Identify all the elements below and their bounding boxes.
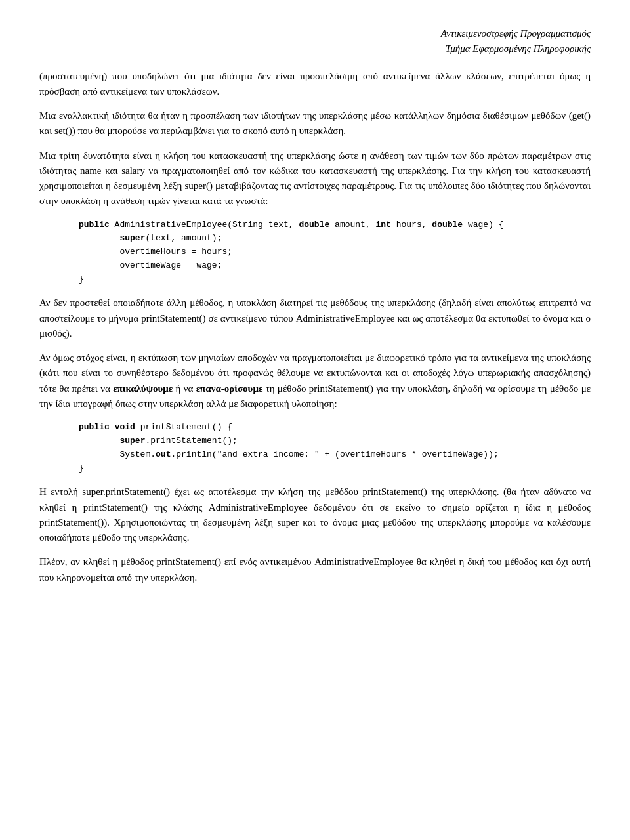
paragraph-3: Μια τρίτη δυνατότητα είναι η κλήση του κ… xyxy=(39,148,591,209)
code-keyword-int: int xyxy=(376,220,391,230)
paragraph-2: Μια εναλλακτική ιδιότητα θα ήταν η προσπ… xyxy=(39,108,591,139)
page-header: Αντικειμενοστρεφής Προγραμματισμός Τμήμα… xyxy=(39,26,591,57)
code-keyword-public2: public xyxy=(79,422,110,432)
p5-mid: ή να xyxy=(173,383,196,394)
code-keyword-out: out xyxy=(156,450,171,459)
code-block-2: public void printStatement() { super.pri… xyxy=(79,421,591,475)
code-keyword-public: public xyxy=(79,220,110,230)
header-line2: Τμήμα Εφαρμοσμένης Πληροφορικής xyxy=(39,41,591,56)
p5-bold1: επικαλύψουμε xyxy=(113,383,173,394)
paragraph-7: Πλέον, αν κληθεί η μέθοδος printStatemen… xyxy=(39,555,591,585)
paragraph-4: Αν δεν προστεθεί οποιαδήποτε άλλη μέθοδο… xyxy=(39,295,591,341)
paragraph-5: Αν όμως στόχος είναι, η εκτύπωση των μην… xyxy=(39,350,591,411)
code-keyword-super2: super xyxy=(119,436,145,446)
code-block-1: public AdministrativeEmployee(String tex… xyxy=(79,219,591,287)
code-keyword-super1: super xyxy=(119,233,145,243)
code-keyword-double1: double xyxy=(299,220,329,230)
code-keyword-void: void xyxy=(115,422,135,432)
p5-bold2: επανα-ορίσουμε xyxy=(196,383,263,394)
paragraph-6: Η εντολή super.printStatement() έχει ως … xyxy=(39,484,591,545)
header-line1: Αντικειμενοστρεφής Προγραμματισμός xyxy=(39,26,591,41)
code-string: "and extra income: " xyxy=(217,450,320,459)
paragraph-1: (προστατευμένη) που υποδηλώνει ότι μια ι… xyxy=(39,69,591,100)
code-keyword-double2: double xyxy=(432,220,463,230)
